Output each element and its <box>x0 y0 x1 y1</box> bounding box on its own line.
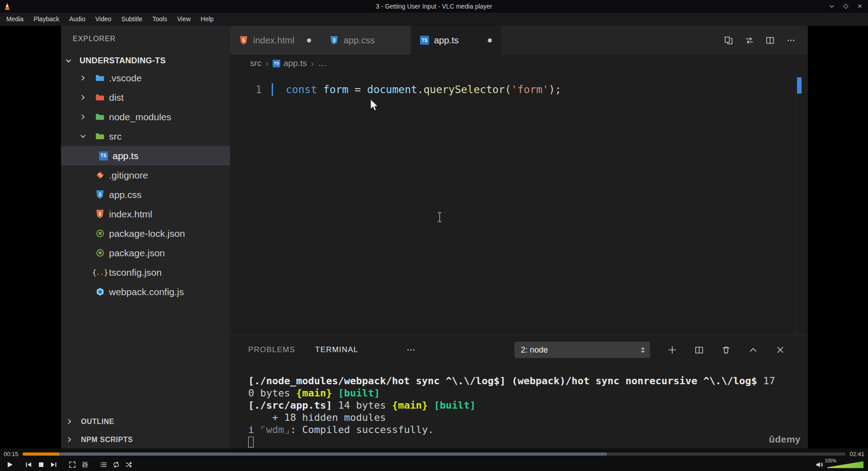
menu-item-help[interactable]: Help <box>196 13 219 26</box>
panel-tab-problems[interactable]: PROBLEMS <box>248 345 295 354</box>
explorer-title: EXPLORER <box>61 26 230 43</box>
sidebar-section-npm-scripts[interactable]: NPM SCRIPTS <box>61 430 230 448</box>
typescript-icon: TS <box>420 36 429 45</box>
split-terminal-icon[interactable] <box>695 346 703 354</box>
maximize-button[interactable] <box>842 3 849 10</box>
explorer-item-webpack-config-js[interactable]: webpack.config.js <box>61 282 230 301</box>
explorer-item-app-css[interactable]: 3app.css <box>61 185 230 204</box>
terminal-picker-dropdown[interactable]: 2: node <box>514 342 650 358</box>
explorer-item-node-modules[interactable]: node_modules <box>61 107 230 127</box>
player-controls-bar: 00:15 02:41 105% <box>0 448 868 471</box>
editor-tab-app-css[interactable]: 3app.css <box>321 26 411 55</box>
json-braces-icon: {..} <box>95 268 104 277</box>
editor-tab-bar: 5index.html3app.cssTSapp.ts <box>230 26 808 55</box>
explorer-item-app-ts[interactable]: TSapp.ts <box>61 146 230 165</box>
explorer-item-vscode[interactable]: .vscode <box>61 68 230 88</box>
item-label: .gitignore <box>109 170 148 181</box>
playlist-button[interactable] <box>99 460 108 470</box>
html-icon: 5 <box>239 36 248 45</box>
tab-label: app.ts <box>434 35 458 46</box>
vlc-menubar: MediaPlaybackAudioVideoSubtitleToolsView… <box>0 13 868 26</box>
next-button[interactable] <box>49 460 59 470</box>
explorer-item-src[interactable]: src <box>61 127 230 146</box>
play-button[interactable] <box>5 460 15 470</box>
sidebar-sections: OUTLINENPM SCRIPTS <box>61 412 230 448</box>
terminal-output[interactable]: [./node_modules/webpack/hot sync ^\.\/lo… <box>230 365 808 448</box>
extended-settings-button[interactable] <box>80 460 90 470</box>
mouse-pointer-cursor <box>370 99 378 113</box>
editor-tab-index-html[interactable]: 5index.html <box>230 26 321 55</box>
close-button[interactable]: × <box>856 3 863 10</box>
seek-played <box>23 452 60 456</box>
editor-tab-app-ts[interactable]: TSapp.ts <box>411 26 501 55</box>
open-changes-icon[interactable] <box>724 36 733 45</box>
explorer-item-gitignore[interactable]: .gitignore <box>61 165 230 185</box>
sidebar-section-outline[interactable]: OUTLINE <box>61 412 230 430</box>
menu-item-audio[interactable]: Audio <box>64 13 90 26</box>
stop-button[interactable] <box>36 460 46 470</box>
close-panel-icon[interactable] <box>776 345 785 354</box>
explorer-root-folder[interactable]: UNDERSTANDING-TS <box>61 53 230 68</box>
breadcrumb-item-ellipsis[interactable]: … <box>318 58 326 68</box>
code-line[interactable]: 1const form = document.querySelector('fo… <box>230 82 808 97</box>
menu-item-playback[interactable]: Playback <box>28 13 64 26</box>
window-controls: × <box>828 0 863 13</box>
previous-button[interactable] <box>24 460 33 470</box>
git-icon <box>95 171 104 179</box>
seek-bar[interactable] <box>23 452 846 456</box>
menu-item-tools[interactable]: Tools <box>147 13 172 26</box>
new-terminal-icon[interactable] <box>668 345 677 354</box>
chevron-right-icon[interactable] <box>79 74 91 82</box>
item-label: .vscode <box>109 73 142 84</box>
panel-more-actions-icon[interactable] <box>406 345 415 354</box>
breadcrumb-separator-icon: › <box>265 58 269 69</box>
item-label: app.css <box>109 189 142 200</box>
menu-item-subtitle[interactable]: Subtitle <box>116 13 147 26</box>
select-arrows-icon <box>641 347 645 353</box>
panel-actions <box>668 335 785 365</box>
css-icon: 3 <box>330 36 339 45</box>
menu-item-video[interactable]: Video <box>90 13 117 26</box>
explorer-item-index-html[interactable]: 5index.html <box>61 204 230 224</box>
split-editor-icon[interactable] <box>766 36 774 45</box>
chevron-right-icon[interactable] <box>79 113 91 121</box>
menu-item-view[interactable]: View <box>172 13 196 26</box>
chevron-right-icon[interactable] <box>79 94 91 101</box>
webpack-icon <box>95 287 104 296</box>
loop-button[interactable] <box>111 460 121 470</box>
panel-header: PROBLEMSTERMINAL 2: node <box>230 335 808 365</box>
panel-tab-terminal[interactable]: TERMINAL <box>315 345 359 354</box>
explorer-item-package-lock-json[interactable]: package-lock.json <box>61 224 230 243</box>
code-lines: 1const form = document.querySelector('fo… <box>230 72 808 97</box>
breadcrumb-item-src[interactable]: src <box>250 58 261 68</box>
terminal-line: i ⌜wdm⌟: Compiled successfully. <box>248 424 808 436</box>
typescript-icon: TS <box>99 151 108 160</box>
fullscreen-button[interactable] <box>67 460 77 470</box>
terminal-line: + 18 hidden modules <box>248 411 808 424</box>
maximize-panel-icon[interactable] <box>749 345 758 354</box>
folder-icon <box>95 94 104 101</box>
terminal-line: 0 bytes {main} [built] <box>248 387 808 399</box>
more-actions-icon[interactable] <box>787 36 795 45</box>
chevron-right-icon <box>66 418 77 425</box>
editor-actions <box>724 26 808 55</box>
synchronize-changes-icon[interactable] <box>745 36 754 45</box>
random-button[interactable] <box>124 460 134 470</box>
volume-speaker-icon[interactable] <box>815 461 823 469</box>
kill-terminal-icon[interactable] <box>722 345 731 354</box>
menu-item-media[interactable]: Media <box>1 13 28 26</box>
npm-icon <box>95 249 104 257</box>
overview-ruler[interactable] <box>795 72 808 334</box>
explorer-item-tsconfig-json[interactable]: {..}tsconfig.json <box>61 263 230 282</box>
modified-indicator[interactable] <box>307 38 311 42</box>
modified-indicator[interactable] <box>488 38 492 42</box>
breadcrumb-item-app-ts[interactable]: TSapp.ts <box>273 58 307 68</box>
time-elapsed: 00:15 <box>4 451 19 457</box>
explorer-item-package-json[interactable]: package.json <box>61 243 230 263</box>
code-text: const form = document.querySelector('for… <box>286 84 561 95</box>
explorer-item-dist[interactable]: dist <box>61 88 230 107</box>
minimize-button[interactable] <box>828 3 835 10</box>
video-area[interactable]: EXPLORER UNDERSTANDING-TS .vscodedistnod… <box>0 26 868 448</box>
code-editor[interactable]: 1const form = document.querySelector('fo… <box>230 72 808 334</box>
chevron-down-icon[interactable] <box>79 132 91 140</box>
